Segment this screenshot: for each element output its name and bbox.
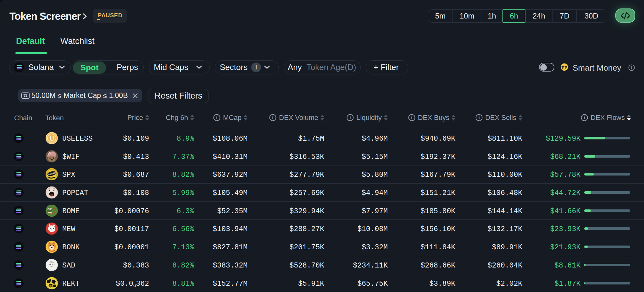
svg-text:REKT: REKT: [48, 285, 53, 287]
svg-text:U: U: [49, 134, 54, 142]
